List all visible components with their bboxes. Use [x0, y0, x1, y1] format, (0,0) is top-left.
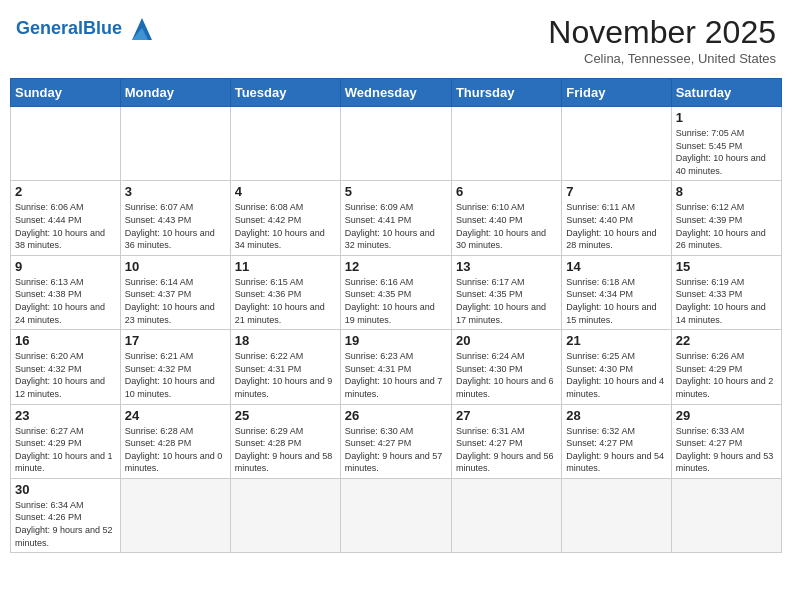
calendar-cell	[562, 478, 671, 552]
calendar-cell: 9Sunrise: 6:13 AM Sunset: 4:38 PM Daylig…	[11, 255, 121, 329]
day-info: Sunrise: 6:25 AM Sunset: 4:30 PM Dayligh…	[566, 350, 666, 400]
day-info: Sunrise: 6:33 AM Sunset: 4:27 PM Dayligh…	[676, 425, 777, 475]
calendar-cell	[120, 107, 230, 181]
day-info: Sunrise: 6:34 AM Sunset: 4:26 PM Dayligh…	[15, 499, 116, 549]
day-number: 10	[125, 259, 226, 274]
day-number: 21	[566, 333, 666, 348]
day-info: Sunrise: 6:29 AM Sunset: 4:28 PM Dayligh…	[235, 425, 336, 475]
day-info: Sunrise: 6:13 AM Sunset: 4:38 PM Dayligh…	[15, 276, 116, 326]
day-info: Sunrise: 6:32 AM Sunset: 4:27 PM Dayligh…	[566, 425, 666, 475]
day-number: 19	[345, 333, 447, 348]
calendar-cell	[120, 478, 230, 552]
calendar-cell: 26Sunrise: 6:30 AM Sunset: 4:27 PM Dayli…	[340, 404, 451, 478]
day-info: Sunrise: 6:11 AM Sunset: 4:40 PM Dayligh…	[566, 201, 666, 251]
calendar-cell: 12Sunrise: 6:16 AM Sunset: 4:35 PM Dayli…	[340, 255, 451, 329]
day-info: Sunrise: 6:19 AM Sunset: 4:33 PM Dayligh…	[676, 276, 777, 326]
week-row-2: 2Sunrise: 6:06 AM Sunset: 4:44 PM Daylig…	[11, 181, 782, 255]
day-info: Sunrise: 6:27 AM Sunset: 4:29 PM Dayligh…	[15, 425, 116, 475]
day-info: Sunrise: 6:17 AM Sunset: 4:35 PM Dayligh…	[456, 276, 557, 326]
weekday-header-wednesday: Wednesday	[340, 79, 451, 107]
day-number: 16	[15, 333, 116, 348]
day-info: Sunrise: 6:31 AM Sunset: 4:27 PM Dayligh…	[456, 425, 557, 475]
calendar-cell: 17Sunrise: 6:21 AM Sunset: 4:32 PM Dayli…	[120, 330, 230, 404]
day-number: 28	[566, 408, 666, 423]
day-number: 20	[456, 333, 557, 348]
day-info: Sunrise: 6:07 AM Sunset: 4:43 PM Dayligh…	[125, 201, 226, 251]
week-row-3: 9Sunrise: 6:13 AM Sunset: 4:38 PM Daylig…	[11, 255, 782, 329]
calendar-cell: 2Sunrise: 6:06 AM Sunset: 4:44 PM Daylig…	[11, 181, 121, 255]
day-number: 7	[566, 184, 666, 199]
calendar-cell: 5Sunrise: 6:09 AM Sunset: 4:41 PM Daylig…	[340, 181, 451, 255]
logo-icon	[124, 14, 156, 42]
weekday-header-friday: Friday	[562, 79, 671, 107]
day-number: 15	[676, 259, 777, 274]
calendar-cell: 25Sunrise: 6:29 AM Sunset: 4:28 PM Dayli…	[230, 404, 340, 478]
day-info: Sunrise: 6:14 AM Sunset: 4:37 PM Dayligh…	[125, 276, 226, 326]
weekday-header-sunday: Sunday	[11, 79, 121, 107]
calendar-cell: 19Sunrise: 6:23 AM Sunset: 4:31 PM Dayli…	[340, 330, 451, 404]
calendar-cell: 23Sunrise: 6:27 AM Sunset: 4:29 PM Dayli…	[11, 404, 121, 478]
calendar-cell: 4Sunrise: 6:08 AM Sunset: 4:42 PM Daylig…	[230, 181, 340, 255]
day-number: 3	[125, 184, 226, 199]
day-number: 22	[676, 333, 777, 348]
day-number: 13	[456, 259, 557, 274]
day-number: 30	[15, 482, 116, 497]
week-row-1: 1Sunrise: 7:05 AM Sunset: 5:45 PM Daylig…	[11, 107, 782, 181]
day-info: Sunrise: 7:05 AM Sunset: 5:45 PM Dayligh…	[676, 127, 777, 177]
day-number: 25	[235, 408, 336, 423]
calendar-cell: 22Sunrise: 6:26 AM Sunset: 4:29 PM Dayli…	[671, 330, 781, 404]
calendar-cell: 30Sunrise: 6:34 AM Sunset: 4:26 PM Dayli…	[11, 478, 121, 552]
calendar-table: SundayMondayTuesdayWednesdayThursdayFrid…	[10, 78, 782, 553]
day-info: Sunrise: 6:08 AM Sunset: 4:42 PM Dayligh…	[235, 201, 336, 251]
calendar-title: November 2025	[548, 14, 776, 51]
day-info: Sunrise: 6:21 AM Sunset: 4:32 PM Dayligh…	[125, 350, 226, 400]
title-area: November 2025 Celina, Tennessee, United …	[548, 14, 776, 66]
calendar-cell: 13Sunrise: 6:17 AM Sunset: 4:35 PM Dayli…	[451, 255, 561, 329]
day-info: Sunrise: 6:12 AM Sunset: 4:39 PM Dayligh…	[676, 201, 777, 251]
day-number: 6	[456, 184, 557, 199]
calendar-cell	[451, 107, 561, 181]
day-number: 29	[676, 408, 777, 423]
calendar-cell: 15Sunrise: 6:19 AM Sunset: 4:33 PM Dayli…	[671, 255, 781, 329]
weekday-header-row: SundayMondayTuesdayWednesdayThursdayFrid…	[11, 79, 782, 107]
day-info: Sunrise: 6:06 AM Sunset: 4:44 PM Dayligh…	[15, 201, 116, 251]
calendar-cell	[11, 107, 121, 181]
day-number: 2	[15, 184, 116, 199]
day-number: 24	[125, 408, 226, 423]
day-info: Sunrise: 6:28 AM Sunset: 4:28 PM Dayligh…	[125, 425, 226, 475]
calendar-cell	[451, 478, 561, 552]
calendar-cell: 8Sunrise: 6:12 AM Sunset: 4:39 PM Daylig…	[671, 181, 781, 255]
day-number: 18	[235, 333, 336, 348]
day-number: 26	[345, 408, 447, 423]
calendar-cell: 7Sunrise: 6:11 AM Sunset: 4:40 PM Daylig…	[562, 181, 671, 255]
header: GeneralBlue November 2025 Celina, Tennes…	[10, 10, 782, 70]
day-number: 27	[456, 408, 557, 423]
day-number: 14	[566, 259, 666, 274]
day-info: Sunrise: 6:24 AM Sunset: 4:30 PM Dayligh…	[456, 350, 557, 400]
weekday-header-monday: Monday	[120, 79, 230, 107]
week-row-5: 23Sunrise: 6:27 AM Sunset: 4:29 PM Dayli…	[11, 404, 782, 478]
calendar-cell	[230, 478, 340, 552]
calendar-subtitle: Celina, Tennessee, United States	[548, 51, 776, 66]
weekday-header-thursday: Thursday	[451, 79, 561, 107]
calendar-cell: 10Sunrise: 6:14 AM Sunset: 4:37 PM Dayli…	[120, 255, 230, 329]
day-number: 12	[345, 259, 447, 274]
day-info: Sunrise: 6:10 AM Sunset: 4:40 PM Dayligh…	[456, 201, 557, 251]
day-info: Sunrise: 6:26 AM Sunset: 4:29 PM Dayligh…	[676, 350, 777, 400]
calendar-cell	[671, 478, 781, 552]
day-info: Sunrise: 6:15 AM Sunset: 4:36 PM Dayligh…	[235, 276, 336, 326]
weekday-header-saturday: Saturday	[671, 79, 781, 107]
calendar-cell	[340, 478, 451, 552]
calendar-cell: 27Sunrise: 6:31 AM Sunset: 4:27 PM Dayli…	[451, 404, 561, 478]
calendar-cell	[230, 107, 340, 181]
calendar-cell: 11Sunrise: 6:15 AM Sunset: 4:36 PM Dayli…	[230, 255, 340, 329]
day-number: 8	[676, 184, 777, 199]
calendar-cell: 20Sunrise: 6:24 AM Sunset: 4:30 PM Dayli…	[451, 330, 561, 404]
weekday-header-tuesday: Tuesday	[230, 79, 340, 107]
calendar-cell	[562, 107, 671, 181]
calendar-cell: 14Sunrise: 6:18 AM Sunset: 4:34 PM Dayli…	[562, 255, 671, 329]
calendar-cell	[340, 107, 451, 181]
week-row-6: 30Sunrise: 6:34 AM Sunset: 4:26 PM Dayli…	[11, 478, 782, 552]
logo-text: GeneralBlue	[16, 18, 122, 39]
day-number: 4	[235, 184, 336, 199]
